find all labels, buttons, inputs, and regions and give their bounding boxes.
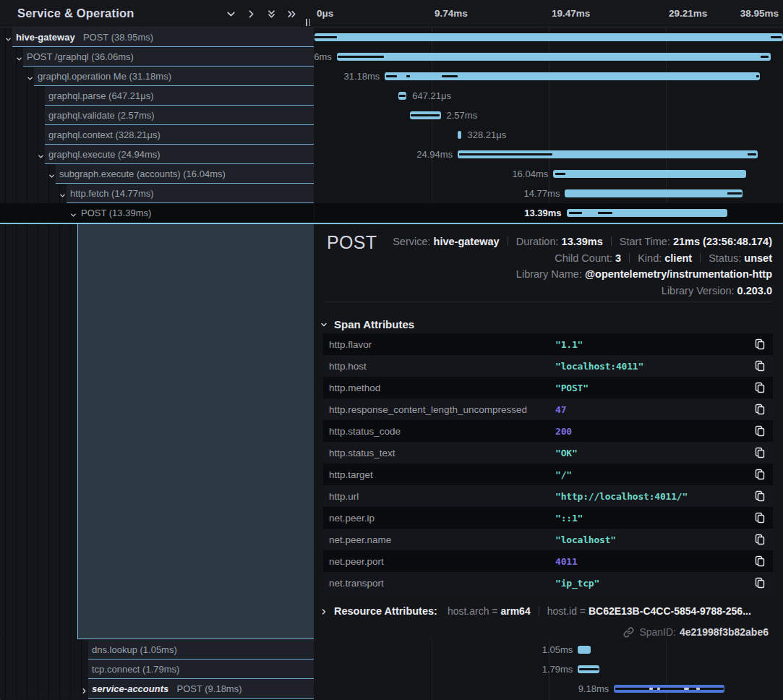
- span-bar[interactable]: [458, 131, 461, 139]
- collapse-one-icon[interactable]: [225, 8, 237, 20]
- self-time-mark: [315, 36, 337, 38]
- span-row[interactable]: POST (13.39ms)13.39ms: [0, 203, 783, 223]
- copy-icon[interactable]: [754, 555, 766, 567]
- span-tree-cell[interactable]: http.fetch (14.77ms): [0, 184, 314, 203]
- self-time-mark: [727, 192, 742, 195]
- span-bar[interactable]: [337, 53, 771, 61]
- chevron-down-icon[interactable]: [4, 33, 12, 41]
- span-timeline-cell[interactable]: 14.77ms: [315, 184, 783, 203]
- chevron-down-icon[interactable]: [48, 170, 56, 178]
- span-row[interactable]: http.fetch (14.77ms)14.77ms: [0, 184, 783, 203]
- span-tree-cell[interactable]: graphql.operation Me (31.18ms): [0, 67, 314, 86]
- copy-icon[interactable]: [754, 360, 766, 372]
- span-meta-line: Child Count: 3Kind: clientStatus: unset: [393, 250, 772, 267]
- span-tree-cell[interactable]: graphql.parse (647.21μs): [0, 86, 314, 106]
- span-meta: Service: hive-gatewayDuration: 13.39msSt…: [393, 234, 772, 299]
- span-row[interactable]: graphql.parse (647.21μs)647.21μs: [0, 86, 783, 106]
- span-row[interactable]: hive-gateway POST (38.95ms)38.95ms: [0, 27, 783, 47]
- span-timeline-cell[interactable]: 36.06ms: [315, 47, 783, 67]
- copy-icon[interactable]: [754, 425, 766, 437]
- span-timeline-cell[interactable]: 24.94ms: [315, 145, 783, 164]
- span-timeline-cell[interactable]: 38.95ms: [315, 27, 783, 47]
- span-tree-cell[interactable]: service-accounts POST (9.18ms): [0, 679, 314, 699]
- span-tree-cell[interactable]: POST /graphql (36.06ms): [0, 47, 314, 67]
- span-bar[interactable]: [315, 33, 783, 41]
- span-tree-cell[interactable]: graphql.validate (2.57ms): [0, 106, 314, 125]
- chevron-down-icon[interactable]: [59, 189, 67, 197]
- span-tree-cell[interactable]: subgraph.execute (accounts) (16.04ms): [0, 164, 314, 184]
- attribute-row: http.url"http://localhost:4011/": [323, 485, 773, 507]
- expand-one-icon[interactable]: [245, 8, 257, 20]
- span-id-value: 4e21998f3b82abe6: [680, 626, 769, 638]
- attribute-value: 47: [555, 404, 566, 415]
- span-duration-label: 31.18ms: [343, 71, 380, 82]
- chevron-down-icon[interactable]: [37, 150, 45, 158]
- span-tree-cell[interactable]: dns.lookup (1.05ms): [0, 640, 314, 660]
- span-label: dns.lookup (1.05ms): [92, 644, 177, 655]
- link-icon[interactable]: [623, 627, 634, 638]
- span-timeline-cell[interactable]: 13.39ms: [315, 203, 783, 223]
- span-row[interactable]: graphql.operation Me (31.18ms)31.18ms: [0, 67, 783, 86]
- span-row[interactable]: graphql.context (328.21μs)328.21μs: [0, 125, 783, 145]
- span-row[interactable]: POST /graphql (36.06ms)36.06ms: [0, 47, 783, 67]
- meta-label: Start Time:: [620, 236, 673, 247]
- span-row[interactable]: graphql.validate (2.57ms)2.57ms: [0, 106, 783, 125]
- span-timeline-cell[interactable]: 328.21μs: [315, 125, 783, 145]
- span-timeline-cell[interactable]: 2.57ms: [315, 106, 783, 125]
- detail-left-area: [0, 224, 314, 639]
- span-bar[interactable]: [565, 189, 743, 197]
- span-attributes-header[interactable]: Span Attributes: [320, 317, 414, 331]
- chevron-right-icon[interactable]: [80, 685, 88, 693]
- collapse-all-icon[interactable]: [265, 8, 278, 20]
- span-row[interactable]: graphql.execute (24.94ms)24.94ms: [0, 145, 783, 164]
- span-tree-cell[interactable]: hive-gateway POST (38.95ms): [0, 27, 314, 47]
- attribute-value: "POST": [555, 383, 589, 393]
- chevron-down-icon[interactable]: [69, 209, 77, 217]
- span-timeline-cell[interactable]: 1.05ms: [315, 640, 783, 660]
- span-row[interactable]: service-accounts POST (9.18ms)9.18ms: [0, 679, 783, 699]
- span-bar[interactable]: [578, 646, 590, 654]
- span-row[interactable]: tcp.connect (1.79ms)1.79ms: [0, 660, 783, 679]
- copy-icon[interactable]: [754, 469, 766, 480]
- meta-separator: [508, 236, 508, 246]
- attribute-row: http.method"POST": [323, 377, 773, 398]
- meta-value: @opentelemetry/instrumentation-http: [585, 268, 772, 280]
- span-title: POST: [327, 232, 377, 253]
- copy-icon[interactable]: [754, 534, 766, 545]
- span-tree-cell[interactable]: graphql.execute (24.94ms): [0, 145, 314, 164]
- copy-icon[interactable]: [754, 382, 766, 393]
- chevron-down-icon[interactable]: [15, 53, 23, 61]
- resource-attribute-key: host.arch =: [448, 605, 501, 617]
- span-timeline-cell[interactable]: 647.21μs: [315, 86, 783, 106]
- copy-icon[interactable]: [754, 338, 766, 350]
- self-time-mark: [756, 75, 759, 77]
- span-timeline-cell[interactable]: 16.04ms: [315, 164, 783, 184]
- span-timeline-cell[interactable]: 1.79ms: [315, 660, 783, 679]
- attribute-value: 4011: [555, 556, 578, 567]
- span-label: graphql.execute (24.94ms): [48, 149, 161, 160]
- resource-attributes-title[interactable]: Resource Attributes:: [334, 605, 437, 617]
- attribute-value: "ip_tcp": [555, 578, 599, 589]
- copy-icon[interactable]: [754, 404, 766, 415]
- span-tree-cell[interactable]: POST (13.39ms): [0, 203, 314, 223]
- copy-icon[interactable]: [754, 512, 766, 524]
- chevron-down-icon[interactable]: [26, 72, 34, 80]
- chevron-down-icon: [320, 320, 328, 328]
- span-label: http.fetch (14.77ms): [70, 188, 154, 199]
- panel-resize-grip[interactable]: [305, 19, 312, 26]
- span-bar[interactable]: [567, 209, 728, 217]
- span-row[interactable]: dns.lookup (1.05ms)1.05ms: [0, 640, 783, 660]
- span-timeline-cell[interactable]: 31.18ms: [315, 67, 783, 86]
- attribute-key: net.peer.port: [329, 556, 384, 567]
- copy-icon[interactable]: [754, 490, 766, 502]
- span-timeline-cell[interactable]: 9.18ms: [315, 679, 783, 699]
- copy-icon[interactable]: [754, 577, 766, 589]
- span-tree-cell[interactable]: tcp.connect (1.79ms): [0, 660, 314, 679]
- attribute-value: "/": [555, 469, 572, 480]
- span-row[interactable]: subgraph.execute (accounts) (16.04ms)16.…: [0, 164, 783, 184]
- span-bar[interactable]: [553, 170, 746, 178]
- span-tree-cell[interactable]: graphql.context (328.21μs): [0, 125, 314, 145]
- copy-icon[interactable]: [754, 447, 766, 458]
- self-time-mark: [615, 688, 724, 690]
- expand-all-icon[interactable]: [286, 8, 298, 20]
